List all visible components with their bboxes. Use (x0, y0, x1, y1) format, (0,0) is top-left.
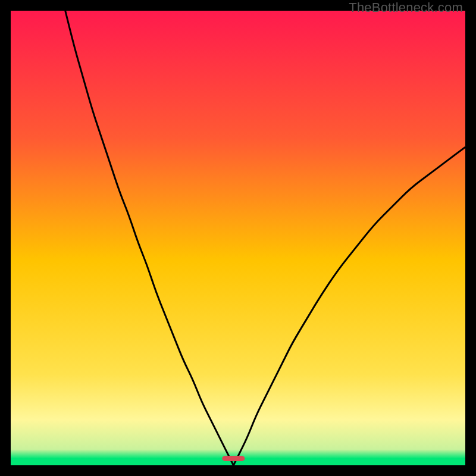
notch-marker (222, 456, 245, 461)
watermark-text: TheBottleneck.com (349, 0, 463, 15)
bottleneck-chart (11, 11, 465, 465)
gradient-background (11, 11, 465, 465)
chart-frame (11, 11, 465, 465)
